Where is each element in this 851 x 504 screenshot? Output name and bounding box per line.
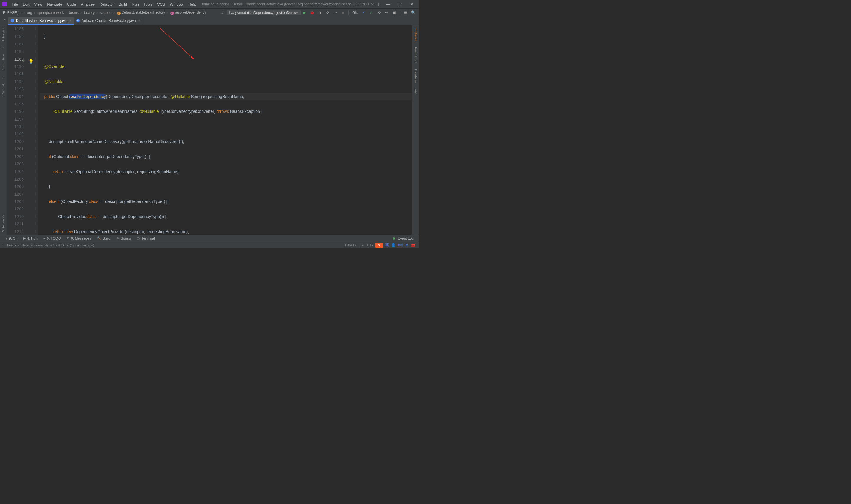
menu-vcs[interactable]: VCS: [155, 2, 167, 6]
push-icon[interactable]: ▣: [391, 10, 397, 15]
left-tool-strip: 1: Project ▭ 7: Structure ⋮ Commit 2: Fa…: [0, 25, 6, 235]
menu-file[interactable]: File: [10, 2, 20, 6]
class-icon: c: [117, 12, 121, 15]
menu-view[interactable]: View: [32, 2, 44, 6]
navigation-bar: ELEASE.jar org springframework beans fac…: [0, 8, 419, 17]
minimize-button[interactable]: —: [382, 2, 394, 6]
close-tab-icon[interactable]: ×: [69, 19, 71, 23]
main-area: 1: Project ▭ 7: Structure ⋮ Commit 2: Fa…: [0, 25, 419, 235]
close-button[interactable]: ✕: [406, 2, 418, 6]
menu-refactor[interactable]: Refactor: [97, 2, 116, 6]
spring-icon: ❖: [116, 236, 120, 240]
menu-help[interactable]: Help: [186, 2, 199, 6]
line-numbers: 1185118611871188118911901191119211931194…: [6, 25, 28, 235]
ime-keyboard-icon[interactable]: ⌨: [397, 243, 404, 247]
code-area[interactable]: } @Override @Nullable public Object reso…: [38, 25, 415, 235]
ime-settings-icon[interactable]: ⚙: [404, 243, 410, 247]
fold-column[interactable]: [34, 25, 38, 235]
tool-maven[interactable]: m Maven: [414, 25, 418, 44]
right-tool-strip: m Maven RestfulTool Database Ant: [413, 25, 419, 235]
ime-sogou-icon[interactable]: S: [375, 242, 383, 248]
terminal-icon: ▢: [137, 236, 140, 240]
crumb-support[interactable]: support: [99, 11, 116, 15]
history-icon[interactable]: ⟲: [376, 10, 382, 15]
svg-marker-1: [190, 56, 194, 59]
tool-run[interactable]: ▶4: Run: [20, 236, 40, 240]
stop-icon[interactable]: ■: [340, 10, 346, 15]
crumb-beans[interactable]: beans: [68, 11, 83, 15]
window-title: thinking-in-spring - DefaultListableBean…: [199, 2, 382, 6]
tool-todo[interactable]: ≡6: TODO: [40, 236, 64, 240]
java-class-icon: c: [76, 19, 80, 22]
ime-toolbox-icon[interactable]: 🧰: [410, 243, 417, 247]
menu-edit[interactable]: Edit: [20, 2, 32, 6]
status-dot-icon: [393, 237, 395, 239]
crumb-factory[interactable]: factory: [83, 11, 99, 15]
crumb-org[interactable]: org: [26, 11, 36, 15]
tab-defaultlistablebeanfactory[interactable]: c DefaultListableBeanFactory.java ×: [8, 17, 74, 24]
intention-bulb-icon[interactable]: 💡: [29, 58, 33, 65]
tool-ant[interactable]: Ant: [414, 86, 418, 97]
debug-icon[interactable]: 🐞: [309, 10, 315, 15]
maximize-button[interactable]: ▢: [394, 2, 406, 6]
folder-icon[interactable]: ▭: [1, 46, 6, 50]
tool-project[interactable]: 1: Project: [1, 25, 5, 44]
tool-restful[interactable]: RestfulTool: [414, 44, 418, 66]
structure-icon[interactable]: ⋮: [1, 75, 6, 80]
file-encoding[interactable]: UTF: [365, 244, 375, 247]
crumb-jar[interactable]: ELEASE.jar: [2, 11, 26, 15]
revert-icon[interactable]: ↩: [383, 10, 390, 15]
caret-position[interactable]: 1189:19: [343, 244, 358, 247]
close-tab-icon[interactable]: ×: [138, 19, 140, 23]
tool-build[interactable]: 🔨Build: [94, 236, 113, 240]
menu-tools[interactable]: Tools: [141, 2, 155, 6]
crumb-class[interactable]: cDefaultListableBeanFactory: [116, 10, 169, 15]
tab-autowirecapablebeanfactory[interactable]: c AutowireCapableBeanFactory.java ×: [74, 17, 143, 24]
search-everywhere-icon[interactable]: 🔍: [410, 10, 417, 15]
hammer-icon: 🔨: [97, 236, 101, 240]
menu-navigate[interactable]: Navigate: [44, 2, 65, 6]
project-tool-icon[interactable]: ▸: [1, 17, 8, 24]
intellij-logo-icon: [2, 2, 7, 6]
profile-icon[interactable]: ⟳: [324, 10, 331, 15]
menu-build[interactable]: Build: [116, 2, 129, 6]
git-label: Git:: [352, 11, 358, 15]
back-icon[interactable]: ↙: [220, 10, 226, 15]
tool-structure[interactable]: 7: Structure: [1, 51, 5, 74]
commit-icon[interactable]: ✓: [368, 10, 374, 15]
tool-commit[interactable]: Commit: [1, 81, 5, 98]
ime-person-icon[interactable]: 👤: [390, 243, 397, 247]
branch-icon: ⑂: [5, 237, 7, 240]
code-editor[interactable]: 1185118611871188118911901191119211931194…: [6, 25, 419, 235]
run-config-combo[interactable]: LazyAnnotationDependencyInjectionDemo: [227, 10, 301, 15]
menu-code[interactable]: Code: [65, 2, 78, 6]
tool-spring[interactable]: ❖Spring: [113, 236, 134, 240]
attach-icon[interactable]: ⋯: [332, 10, 338, 15]
ide-settings-icon[interactable]: ▦: [402, 10, 409, 15]
ime-lang[interactable]: 英: [384, 242, 390, 248]
tool-git[interactable]: ⑂9: Git: [2, 236, 20, 240]
coverage-icon[interactable]: ◑: [316, 10, 323, 15]
event-log[interactable]: Event Log: [390, 236, 417, 240]
update-icon[interactable]: ✓: [360, 10, 367, 15]
crumb-springframework[interactable]: springframework: [36, 11, 68, 15]
status-message: Build completed successfully in 1 s 670 …: [7, 244, 94, 247]
annotation-arrow: [158, 26, 197, 62]
tab-label: DefaultListableBeanFactory.java: [16, 19, 67, 23]
tab-label: AutowireCapableBeanFactory.java: [82, 19, 136, 23]
status-bar: ▭ Build completed successfully in 1 s 67…: [0, 242, 419, 248]
tool-terminal[interactable]: ▢Terminal: [134, 236, 158, 240]
crumb-method[interactable]: mresolveDependency: [169, 10, 207, 15]
menu-window[interactable]: Window: [167, 2, 186, 6]
tool-favorites[interactable]: 2: Favorites: [1, 212, 5, 235]
tool-messages[interactable]: ✉0: Messages: [64, 236, 94, 240]
gutter-marks: o↑ 💡: [28, 25, 34, 235]
tool-database[interactable]: Database: [414, 66, 418, 86]
status-icon[interactable]: ▭: [2, 243, 5, 247]
menu-run[interactable]: Run: [129, 2, 141, 6]
run-icon[interactable]: ▶: [301, 10, 308, 15]
menu-analyze[interactable]: Analyze: [78, 2, 97, 6]
editor-tab-row: ▸ c DefaultListableBeanFactory.java × c …: [0, 17, 419, 25]
override-icon[interactable]: o↑: [22, 57, 25, 65]
line-separator[interactable]: LF: [358, 244, 365, 247]
